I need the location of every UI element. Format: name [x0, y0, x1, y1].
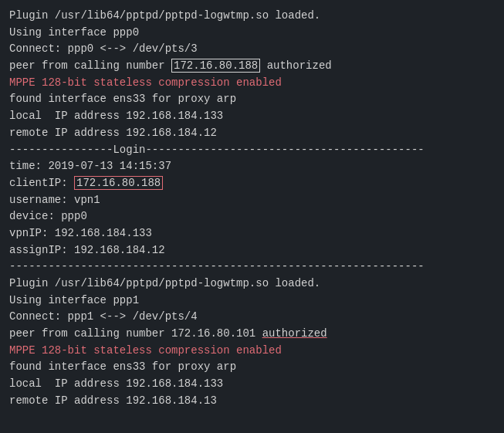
line-21: MPPE 128-bit stateless compression enabl… — [9, 343, 495, 360]
terminal-window: Plugin /usr/lib64/pptpd/pptpd-logwtmp.so… — [0, 0, 504, 433]
line-13: device: ppp0 — [9, 208, 495, 225]
line-12: username: vpn1 — [9, 192, 495, 209]
line-8: remote IP address 192.168.184.12 — [9, 125, 495, 142]
line-15: assignIP: 192.168.184.12 — [9, 242, 495, 259]
line-24: remote IP address 192.168.184.13 — [9, 393, 495, 410]
line-10: time: 2019-07-13 14:15:37 — [9, 158, 495, 175]
ip-highlight-1: 172.16.80.188 — [171, 59, 260, 73]
line-2: Using interface ppp0 — [9, 25, 495, 42]
line-20: peer from calling number 172.16.80.101 a… — [9, 326, 495, 343]
authorized-underline: authorized — [262, 327, 327, 340]
line-3: Connect: ppp0 <--> /dev/pts/3 — [9, 41, 495, 58]
line-4: peer from calling number 172.16.80.188 a… — [9, 58, 495, 75]
line-17: Plugin /usr/lib64/pptpd/pptpd-logwtmp.so… — [9, 276, 495, 293]
line-divider-1: ----------------Login-------------------… — [9, 142, 495, 159]
line-19: Connect: ppp1 <--> /dev/pts/4 — [9, 309, 495, 326]
line-7: local IP address 192.168.184.133 — [9, 108, 495, 125]
ip-highlight-2: 172.16.80.188 — [74, 176, 163, 190]
line-18: Using interface ppp1 — [9, 293, 495, 310]
line-6: found interface ens33 for proxy arp — [9, 91, 495, 108]
line-1: Plugin /usr/lib64/pptpd/pptpd-logwtmp.so… — [9, 8, 495, 25]
line-5: MPPE 128-bit stateless compression enabl… — [9, 75, 495, 92]
line-14: vpnIP: 192.168.184.133 — [9, 225, 495, 242]
line-11: clientIP: 172.16.80.188 — [9, 175, 495, 192]
line-divider-2: ----------------------------------------… — [9, 259, 495, 276]
line-22: found interface ens33 for proxy arp — [9, 359, 495, 376]
line-23: local IP address 192.168.184.133 — [9, 376, 495, 393]
